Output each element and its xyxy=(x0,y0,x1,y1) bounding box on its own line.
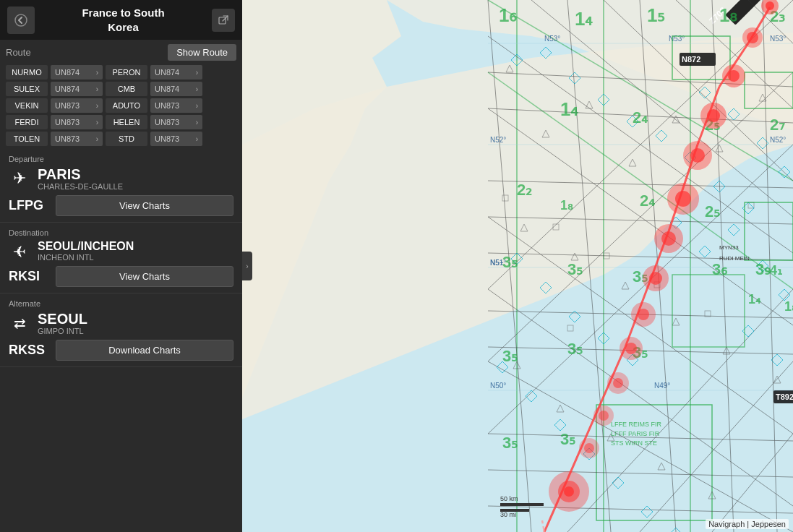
waypoint-airway[interactable]: UN873 › xyxy=(51,115,103,129)
waypoint-fix[interactable]: VEKIN xyxy=(6,98,48,113)
alternate-icao-row: RKSS Download Charts xyxy=(9,340,233,361)
waypoint-fix[interactable]: HELEN xyxy=(106,115,147,129)
svg-text:2₇: 2₇ xyxy=(770,116,785,134)
svg-text:LFFF PARIS FIR: LFFF PARIS FIR xyxy=(611,430,660,437)
alternate-names: SEOUL GIMPO INTL xyxy=(38,311,87,335)
svg-text:N5+: N5+ xyxy=(490,259,504,267)
waypoint-fix[interactable]: PERON xyxy=(106,65,147,80)
svg-text:3₆: 3₆ xyxy=(712,260,728,278)
svg-text:1₄: 1₄ xyxy=(748,292,761,306)
departure-charts-button[interactable]: View Charts xyxy=(56,195,233,216)
waypoint-fix[interactable]: SULEX xyxy=(6,82,48,96)
svg-point-185 xyxy=(564,486,574,497)
svg-text:N49°: N49° xyxy=(654,382,670,390)
alternate-info-row: ⇄ SEOUL GIMPO INTL xyxy=(9,311,233,335)
svg-text:LFFE REIMS FIR: LFFE REIMS FIR xyxy=(611,421,662,428)
waypoint-airway[interactable]: UN873 › xyxy=(150,115,202,129)
destination-info-row: ✈ SEOUL/INCHEON INCHEON INTL xyxy=(9,240,233,262)
svg-text:N50°: N50° xyxy=(490,382,506,390)
alternate-swap-icon: ⇄ xyxy=(9,314,30,332)
svg-text:1₄: 1₄ xyxy=(560,98,578,120)
departure-names: PARIS CHARLES-DE-GAULLE xyxy=(38,166,123,191)
back-button[interactable] xyxy=(7,7,35,34)
svg-text:1₅: 1₅ xyxy=(647,4,665,26)
destination-charts-button[interactable]: View Charts xyxy=(56,266,233,287)
svg-text:3₅: 3₅ xyxy=(502,253,518,271)
waypoint-grid: NURMOUN874 ›PERONUN874 ›SULEXUN874 ›CMBU… xyxy=(6,65,236,146)
destination-names: SEOUL/INCHEON INCHEON INTL xyxy=(38,240,134,262)
svg-text:1₈: 1₈ xyxy=(719,4,737,26)
svg-point-170 xyxy=(661,231,676,246)
alternate-city: SEOUL xyxy=(38,311,87,327)
destination-section: Destination ✈ SEOUL/INCHEON INCHEON INTL… xyxy=(0,223,242,293)
svg-point-174 xyxy=(638,309,649,320)
destination-full-name: INCHEON INTL xyxy=(38,253,134,262)
svg-text:3₅: 3₅ xyxy=(567,260,583,278)
svg-text:3₅: 3₅ xyxy=(560,430,575,448)
departure-icao: LFPG xyxy=(9,198,48,213)
waypoint-row: FERDIUN873 ›HELENUN873 › xyxy=(6,115,235,129)
svg-rect-186 xyxy=(500,503,544,506)
alternate-full-name: GIMPO INTL xyxy=(38,327,87,335)
waypoint-fix[interactable]: FERDI xyxy=(6,115,48,129)
route-section: Route Show Route NURMOUN874 ›PERONUN874 … xyxy=(0,40,242,149)
svg-point-166 xyxy=(690,148,705,163)
page-title: France to South Korea xyxy=(42,6,205,34)
svg-text:1₄: 1₄ xyxy=(575,8,593,30)
waypoint-airway[interactable]: UN874 › xyxy=(150,65,202,80)
waypoint-airway[interactable]: UN874 › xyxy=(51,82,103,96)
waypoint-fix[interactable]: STD xyxy=(106,132,147,146)
destination-icao-row: RKSI View Charts xyxy=(9,266,233,287)
destination-city: SEOUL/INCHEON xyxy=(38,240,134,253)
departure-plane-icon: ✈ xyxy=(9,169,30,188)
svg-rect-1 xyxy=(219,17,226,24)
route-header: Route Show Route xyxy=(6,44,236,61)
svg-text:2₂: 2₂ xyxy=(517,181,532,199)
popout-button[interactable] xyxy=(212,9,235,32)
waypoint-row: VEKINUN873 ›ADUTOUN873 › xyxy=(6,98,235,113)
waypoint-row: TOLENUN873 ›STDUN873 › xyxy=(6,132,235,146)
departure-city: PARIS xyxy=(38,166,123,182)
alternate-icao: RKSS xyxy=(9,343,48,358)
waypoint-airway[interactable]: UN873 › xyxy=(51,98,103,113)
waypoint-fix[interactable]: NURMO xyxy=(6,65,48,80)
waypoint-row: NURMOUN874 ›PERONUN874 › xyxy=(6,65,235,80)
waypoint-airway[interactable]: UN873 › xyxy=(150,132,202,146)
svg-text:2₄: 2₄ xyxy=(633,108,648,126)
svg-text:1₈: 1₈ xyxy=(784,299,793,314)
alternate-section: Alternate ⇄ SEOUL GIMPO INTL RKSS Downlo… xyxy=(0,293,242,367)
map-area[interactable]: LFFE REIMS FIR LFFF PARIS FIR STS WIRN S… xyxy=(242,0,793,532)
svg-text:3₅: 3₅ xyxy=(502,434,518,452)
departure-full-name: CHARLES-DE-GAULLE xyxy=(38,182,123,191)
svg-text:MYN33: MYN33 xyxy=(719,244,739,251)
destination-plane-icon: ✈ xyxy=(9,241,30,260)
waypoint-row: SULEXUN874 ›CMBUN874 › xyxy=(6,82,235,96)
waypoint-airway[interactable]: UN873 › xyxy=(51,132,103,146)
departure-section: Departure ✈ PARIS CHARLES-DE-GAULLE LFPG… xyxy=(0,149,242,223)
svg-point-158 xyxy=(766,1,774,10)
svg-text:3₉: 3₉ xyxy=(755,260,771,278)
waypoint-fix[interactable]: TOLEN xyxy=(6,132,48,146)
waypoint-airway[interactable]: UN874 › xyxy=(150,82,202,96)
destination-label: Destination xyxy=(9,228,233,237)
departure-label: Departure xyxy=(9,155,233,163)
header: France to South Korea xyxy=(0,0,242,40)
waypoint-fix[interactable]: ADUTO xyxy=(106,98,147,113)
collapse-panel-handle[interactable]: › xyxy=(242,252,252,280)
svg-text:2₅: 2₅ xyxy=(705,202,720,220)
alternate-charts-button[interactable]: Download Charts xyxy=(56,340,233,361)
waypoint-airway[interactable]: UN873 › xyxy=(150,98,202,113)
destination-icao: RKSI xyxy=(9,269,48,284)
waypoint-fix[interactable]: CMB xyxy=(106,82,147,96)
svg-point-160 xyxy=(747,32,758,43)
svg-point-178 xyxy=(613,378,623,388)
route-label: Route xyxy=(6,47,31,58)
svg-point-164 xyxy=(707,109,720,122)
show-route-button[interactable]: Show Route xyxy=(168,44,236,61)
svg-text:30 mi: 30 mi xyxy=(500,511,516,518)
departure-info-row: ✈ PARIS CHARLES-DE-GAULLE xyxy=(9,166,233,191)
svg-text:N872: N872 xyxy=(682,55,700,64)
waypoint-airway[interactable]: UN874 › xyxy=(51,65,103,80)
svg-text:N53°: N53° xyxy=(770,35,786,43)
svg-point-162 xyxy=(728,70,740,82)
